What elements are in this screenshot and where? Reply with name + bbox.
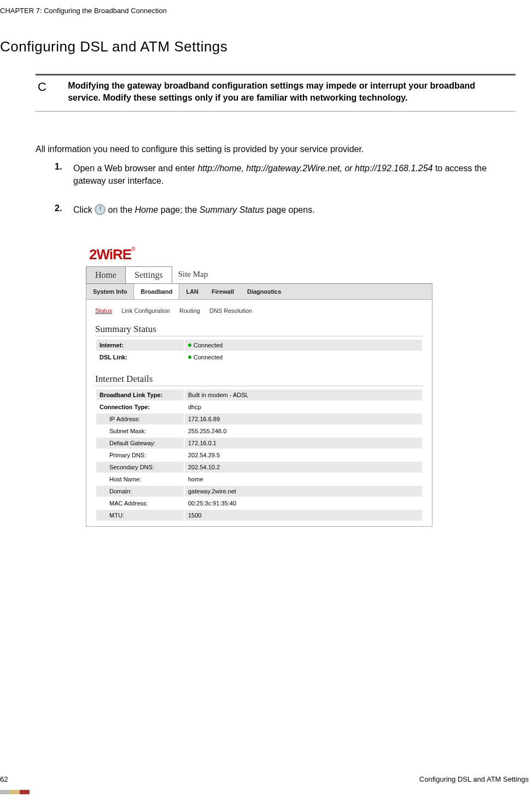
ip-address-value: 172.16.6.89: [185, 414, 422, 424]
site-map-link[interactable]: Site Map: [172, 266, 215, 283]
intro-text: All information you need to configure th…: [36, 144, 364, 154]
step-2: 2. Click on the Home page; the Summary S…: [55, 203, 499, 216]
summary-status-table: Internet: Connected DSL Link: Connected: [95, 339, 423, 364]
subtab-lan[interactable]: LAN: [179, 284, 205, 299]
table-row: Primary DNS: 202.54.29.5: [96, 450, 422, 461]
table-row: MTU: 1500: [96, 510, 422, 521]
caution-box: C Modifying the gateway broadband config…: [36, 74, 516, 112]
secondary-dns-value: 202.54.10.2: [185, 462, 422, 473]
table-row: Connection Type: dhcp: [96, 401, 422, 412]
section-title: Configuring DSL and ATM Settings: [0, 38, 227, 55]
table-row: Broadband Link Type: Built in modem - AD…: [96, 389, 422, 400]
host-name-value: home: [185, 474, 422, 485]
step-1: 1. Open a Web browser and enter http://h…: [55, 162, 499, 187]
logo-text: 2WiRE: [89, 246, 131, 263]
table-row: Domain: gateway.2wire.net: [96, 486, 422, 497]
tertiary-status[interactable]: Status: [95, 307, 112, 314]
subnet-mask-label: Subnet Mask:: [96, 426, 184, 437]
host-name-label: Host Name:: [96, 474, 184, 485]
text: page; the: [158, 205, 200, 214]
caution-icon: C: [36, 80, 66, 94]
text: Connected: [194, 354, 223, 360]
tertiary-routing[interactable]: Routing: [179, 307, 200, 314]
step-body: Open a Web browser and enter http://home…: [73, 162, 499, 187]
broadband-link-type-value: Built in modem - ADSL: [185, 389, 422, 400]
footer-color-bar: [0, 790, 30, 794]
dsl-link-value: Connected: [185, 352, 422, 363]
status-dot-icon: [188, 356, 191, 359]
url-text: http://home, http://gateway.2Wire.net, o…: [197, 164, 432, 173]
summary-status-ref: Summary Status: [200, 205, 264, 214]
default-gateway-label: Default Gateway:: [96, 438, 184, 449]
dial-icon: [95, 204, 106, 215]
text: page opens.: [264, 205, 315, 214]
domain-label: Domain:: [96, 486, 184, 497]
text: Open a Web browser and enter: [73, 164, 197, 173]
router-ui-screenshot: 2WiRE® Home Settings Site Map System Inf…: [86, 244, 432, 527]
subtab-firewall[interactable]: Firewall: [205, 284, 241, 299]
subtab-broadband[interactable]: Broadband: [133, 284, 179, 299]
table-row: MAC Address: 00:25:3c:91:35:40: [96, 498, 422, 509]
table-row: Host Name: home: [96, 474, 422, 485]
mac-address-value: 00:25:3c:91:35:40: [185, 498, 422, 509]
mtu-label: MTU:: [96, 510, 184, 521]
tab-settings[interactable]: Settings: [125, 266, 172, 283]
sub-tabs: System Info Broadband LAN Firewall Diagn…: [86, 284, 432, 300]
text: on the: [108, 205, 135, 214]
table-row: IP Address: 172.16.6.89: [96, 414, 422, 424]
table-row: Subnet Mask: 255.255.248.0: [96, 426, 422, 437]
2wire-logo: 2WiRE®: [86, 244, 432, 266]
domain-value: gateway.2wire.net: [185, 486, 422, 497]
subtab-diagnostics[interactable]: Diagnostics: [241, 284, 288, 299]
tertiary-tabs: Status Link Configuration Routing DNS Re…: [95, 307, 423, 314]
connection-type-value: dhcp: [185, 401, 422, 412]
text: Connected: [194, 342, 223, 348]
content-area: Status Link Configuration Routing DNS Re…: [86, 300, 432, 527]
footer-title: Configuring DSL and ATM Settings: [419, 775, 529, 783]
default-gateway-value: 172.16.0.1: [185, 438, 422, 449]
table-row: Internet: Connected: [96, 340, 422, 351]
tab-home[interactable]: Home: [86, 266, 126, 283]
home-page-ref: Home: [135, 205, 159, 214]
mtu-value: 1500: [185, 510, 422, 521]
text: Click: [73, 205, 95, 214]
table-row: Secondary DNS: 202.54.10.2: [96, 462, 422, 473]
table-row: DSL Link: Connected: [96, 352, 422, 363]
subnet-mask-value: 255.255.248.0: [185, 426, 422, 437]
registered-mark: ®: [131, 246, 135, 252]
internet-details-table: Broadband Link Type: Built in modem - AD…: [95, 388, 423, 522]
step-body: Click on the Home page; the Summary Stat…: [73, 203, 315, 216]
chapter-header: CHAPTER 7: Configuring the Broadband Con…: [0, 7, 167, 15]
mac-address-label: MAC Address:: [96, 498, 184, 509]
status-dot-icon: [188, 344, 191, 347]
connection-type-label: Connection Type:: [96, 401, 184, 412]
step-number: 1.: [55, 162, 73, 187]
ip-address-label: IP Address:: [96, 414, 184, 424]
tertiary-link-config[interactable]: Link Configuration: [121, 307, 170, 314]
main-tabs: Home Settings Site Map: [86, 266, 432, 284]
internet-value: Connected: [185, 340, 422, 351]
caution-text: Modifying the gateway broadband configur…: [68, 80, 500, 103]
dsl-link-label: DSL Link:: [96, 352, 184, 363]
table-row: Default Gateway: 172.16.0.1: [96, 438, 422, 449]
internet-details-heading: Internet Details: [95, 374, 423, 386]
page-number: 62: [0, 775, 8, 783]
broadband-link-type-label: Broadband Link Type:: [96, 389, 184, 400]
primary-dns-value: 202.54.29.5: [185, 450, 422, 461]
tertiary-dns[interactable]: DNS Resolution: [209, 307, 252, 314]
secondary-dns-label: Secondary DNS:: [96, 462, 184, 473]
step-number: 2.: [55, 203, 73, 216]
internet-label: Internet:: [96, 340, 184, 351]
subtab-system-info[interactable]: System Info: [86, 284, 133, 299]
summary-status-heading: Summary Status: [95, 324, 423, 336]
primary-dns-label: Primary DNS:: [96, 450, 184, 461]
step-list: 1. Open a Web browser and enter http://h…: [55, 162, 499, 233]
